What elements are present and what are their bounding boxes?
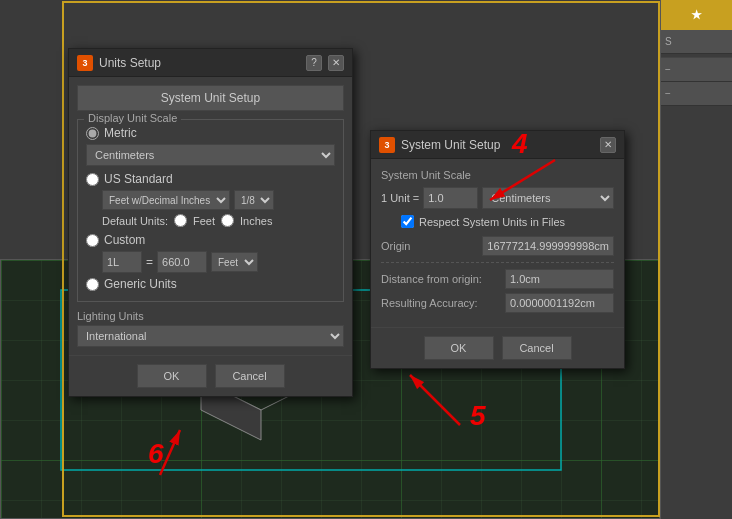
- units-titlebar-right: ? ✕: [306, 55, 344, 71]
- default-inches-radio[interactable]: [221, 214, 234, 227]
- unit-dropdown[interactable]: Centimeters: [482, 187, 614, 209]
- metric-radio[interactable]: [86, 127, 99, 140]
- custom-unit-dropdown[interactable]: Feet: [211, 252, 258, 272]
- system-dialog-body: System Unit Scale 1 Unit = Centimeters R…: [371, 159, 624, 327]
- system-titlebar: 3 System Unit Setup ✕: [371, 131, 624, 159]
- system-dialog-title: System Unit Setup: [401, 138, 500, 152]
- us-feet-dropdown[interactable]: Feet w/Decimal Inches: [102, 190, 230, 210]
- system-title-left: 3 System Unit Setup: [379, 137, 500, 153]
- units-dialog-title: Units Setup: [99, 56, 161, 70]
- panel-top-icon: ★: [661, 0, 732, 30]
- custom-label: Custom: [104, 233, 145, 247]
- custom-input[interactable]: [102, 251, 142, 273]
- respect-checkbox-row: Respect System Units in Files: [401, 215, 614, 228]
- accuracy-value: 0.0000001192cm: [505, 293, 614, 313]
- panel-btn-minus2[interactable]: −: [661, 82, 732, 106]
- origin-value: 16777214.999999998cm: [482, 236, 614, 256]
- respect-label: Respect System Units in Files: [419, 216, 565, 228]
- units-cancel-button[interactable]: Cancel: [215, 364, 285, 388]
- lighting-units-dropdown[interactable]: International: [77, 325, 344, 347]
- respect-checkbox[interactable]: [401, 215, 414, 228]
- system-unit-dialog: 3 System Unit Setup ✕ System Unit Scale …: [370, 130, 625, 369]
- origin-label: Origin: [381, 240, 478, 252]
- default-feet-label: Feet: [193, 215, 215, 227]
- unit-value-input[interactable]: [423, 187, 478, 209]
- custom-value-row: = Feet: [102, 251, 335, 273]
- default-inches-label: Inches: [240, 215, 272, 227]
- metric-select-row: Centimeters: [86, 144, 335, 166]
- generic-label: Generic Units: [104, 277, 177, 291]
- custom-row: Custom: [86, 233, 335, 247]
- origin-row: Origin 16777214.999999998cm: [381, 236, 614, 256]
- us-fraction-dropdown[interactable]: 1/8: [234, 190, 274, 210]
- units-help-button[interactable]: ?: [306, 55, 322, 71]
- system-dialog-footer: OK Cancel: [371, 327, 624, 368]
- us-standard-radio[interactable]: [86, 173, 99, 186]
- system-ok-button[interactable]: OK: [424, 336, 494, 360]
- lighting-units-section: Lighting Units International: [77, 310, 344, 347]
- unit-label: 1 Unit =: [381, 192, 419, 204]
- custom-equals: =: [146, 255, 153, 269]
- metric-label: Metric: [104, 126, 137, 140]
- display-unit-scale-group: Display Unit Scale Metric Centimeters US…: [77, 119, 344, 302]
- units-close-button[interactable]: ✕: [328, 55, 344, 71]
- units-setup-dialog: 3 Units Setup ? ✕ System Unit Setup Disp…: [68, 48, 353, 397]
- system-cancel-button[interactable]: Cancel: [502, 336, 572, 360]
- generic-row: Generic Units: [86, 277, 335, 291]
- display-unit-scale-legend: Display Unit Scale: [84, 112, 181, 124]
- system-close-button[interactable]: ✕: [600, 137, 616, 153]
- metric-dropdown[interactable]: Centimeters: [86, 144, 335, 166]
- accuracy-row: Resulting Accuracy: 0.0000001192cm: [381, 293, 614, 313]
- default-feet-radio[interactable]: [174, 214, 187, 227]
- right-panel: ★ S − −: [660, 0, 732, 519]
- system-unit-setup-button[interactable]: System Unit Setup: [77, 85, 344, 111]
- lighting-units-label: Lighting Units: [77, 310, 344, 322]
- unit-row: 1 Unit = Centimeters: [381, 187, 614, 209]
- us-standard-row: US Standard: [86, 172, 335, 186]
- distance-row: Distance from origin: 1.0cm: [381, 269, 614, 289]
- distance-label: Distance from origin:: [381, 273, 501, 285]
- panel-btn-s[interactable]: S: [661, 30, 732, 54]
- divider: [381, 262, 614, 263]
- units-ok-button[interactable]: OK: [137, 364, 207, 388]
- generic-radio[interactable]: [86, 278, 99, 291]
- units-dialog-body: System Unit Setup Display Unit Scale Met…: [69, 77, 352, 355]
- custom-number-input[interactable]: [157, 251, 207, 273]
- default-units-label: Default Units:: [102, 215, 168, 227]
- us-standard-label: US Standard: [104, 172, 173, 186]
- distance-value: 1.0cm: [505, 269, 614, 289]
- custom-radio[interactable]: [86, 234, 99, 247]
- units-dialog-icon: 3: [77, 55, 93, 71]
- scale-section-label: System Unit Scale: [381, 169, 614, 181]
- units-titlebar: 3 Units Setup ? ✕: [69, 49, 352, 77]
- system-titlebar-right: ✕: [600, 137, 616, 153]
- accuracy-label: Resulting Accuracy:: [381, 297, 501, 309]
- system-dialog-icon: 3: [379, 137, 395, 153]
- units-dialog-footer: OK Cancel: [69, 355, 352, 396]
- units-title-left: 3 Units Setup: [77, 55, 161, 71]
- panel-btn-minus1[interactable]: −: [661, 58, 732, 82]
- metric-row: Metric: [86, 126, 335, 140]
- default-units-row: Default Units: Feet Inches: [102, 214, 335, 227]
- us-feet-row: Feet w/Decimal Inches 1/8: [102, 190, 335, 210]
